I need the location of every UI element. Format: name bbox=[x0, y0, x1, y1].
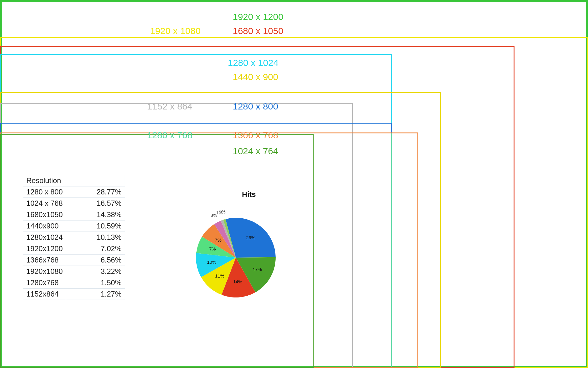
res-label-1680x1050: 1680 x 1050 bbox=[233, 26, 283, 36]
res-box-1024x764 bbox=[0, 134, 314, 368]
resolution-diagram: 1920 x 12001920 x 10801680 x 10501280 x … bbox=[0, 0, 588, 368]
res-label-1440x900: 1440 x 900 bbox=[233, 72, 278, 82]
res-label-1024x764: 1024 x 764 bbox=[233, 147, 278, 156]
res-label-588x368: 588 x 368 bbox=[233, 12, 283, 21]
res-label-1152x864: 1152 x 864 bbox=[147, 102, 192, 111]
res-label-1280x800: 1280 x 800 bbox=[233, 102, 278, 111]
res-label-1366x768: 1366 x 768 bbox=[233, 131, 278, 140]
res-label-1280x1024: 1280 x 1024 bbox=[228, 58, 278, 67]
res-label-1920x1080: 1920 x 1080 bbox=[150, 26, 201, 36]
res-label-1280x768: 1280 x 768 bbox=[147, 131, 192, 140]
